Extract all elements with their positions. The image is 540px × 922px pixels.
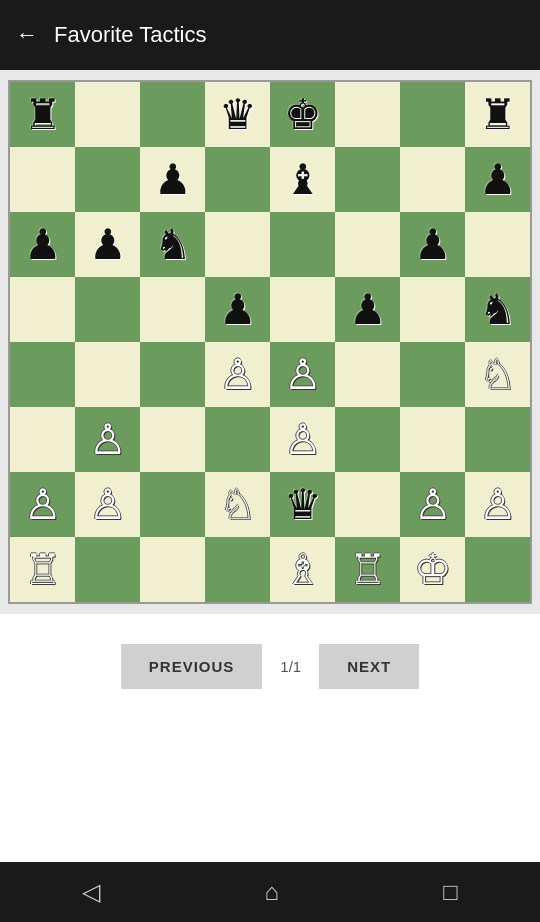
board-cell[interactable]: ♞: [140, 212, 205, 277]
board-cell[interactable]: ♟: [140, 147, 205, 212]
board-container: ♜♛♚♜♟♝♟♟♟♞♟♟♟♞♙♙♘♙♙♙♙♘♛♙♙♖♗♖♔: [0, 70, 540, 614]
board-cell[interactable]: [10, 342, 75, 407]
board-cell[interactable]: [75, 277, 140, 342]
board-cell[interactable]: ♗: [270, 537, 335, 602]
nav-area: PREVIOUS 1/1 NEXT: [0, 614, 540, 862]
board-cell[interactable]: [270, 277, 335, 342]
back-button[interactable]: ←: [16, 22, 38, 48]
board-cell[interactable]: [75, 537, 140, 602]
board-cell[interactable]: ♙: [270, 407, 335, 472]
board-cell[interactable]: [205, 537, 270, 602]
board-cell[interactable]: ♝: [270, 147, 335, 212]
board-cell[interactable]: [400, 277, 465, 342]
board-cell[interactable]: [400, 147, 465, 212]
bottom-nav-bar: ◁ ⌂ □: [0, 862, 540, 922]
board-cell[interactable]: [140, 342, 205, 407]
recents-icon[interactable]: □: [443, 878, 458, 906]
board-cell[interactable]: ♙: [400, 472, 465, 537]
page-title: Favorite Tactics: [54, 22, 206, 48]
board-cell[interactable]: [335, 82, 400, 147]
home-icon[interactable]: ⌂: [264, 878, 279, 906]
board-cell[interactable]: [140, 537, 205, 602]
board-cell[interactable]: ♙: [270, 342, 335, 407]
board-cell[interactable]: [205, 407, 270, 472]
board-cell[interactable]: [335, 407, 400, 472]
board-cell[interactable]: ♙: [205, 342, 270, 407]
board-cell[interactable]: [75, 82, 140, 147]
board-cell[interactable]: [400, 342, 465, 407]
board-cell[interactable]: ♟: [75, 212, 140, 277]
board-cell[interactable]: [400, 82, 465, 147]
page-indicator: 1/1: [262, 644, 319, 689]
board-cell[interactable]: ♞: [465, 277, 530, 342]
previous-button[interactable]: PREVIOUS: [121, 644, 263, 689]
board-cell[interactable]: [335, 342, 400, 407]
board-cell[interactable]: [140, 407, 205, 472]
board-cell[interactable]: ♙: [465, 472, 530, 537]
board-cell[interactable]: ♔: [400, 537, 465, 602]
board-cell[interactable]: ♚: [270, 82, 335, 147]
board-cell[interactable]: [10, 407, 75, 472]
next-button[interactable]: NEXT: [319, 644, 419, 689]
back-icon[interactable]: ◁: [82, 878, 100, 906]
board-cell[interactable]: ♘: [465, 342, 530, 407]
board-cell[interactable]: [75, 147, 140, 212]
board-cell[interactable]: [400, 407, 465, 472]
board-cell[interactable]: [465, 212, 530, 277]
board-cell[interactable]: [75, 342, 140, 407]
board-cell[interactable]: [465, 537, 530, 602]
board-cell[interactable]: ♙: [75, 407, 140, 472]
board-cell[interactable]: ♟: [205, 277, 270, 342]
board-cell[interactable]: ♟: [465, 147, 530, 212]
board-cell[interactable]: [335, 472, 400, 537]
board-cell[interactable]: [205, 147, 270, 212]
board-cell[interactable]: ♖: [10, 537, 75, 602]
board-cell[interactable]: ♜: [10, 82, 75, 147]
board-cell[interactable]: [10, 147, 75, 212]
board-cell[interactable]: ♘: [205, 472, 270, 537]
nav-buttons: PREVIOUS 1/1 NEXT: [121, 644, 419, 689]
board-cell[interactable]: ♟: [400, 212, 465, 277]
board-cell[interactable]: [140, 472, 205, 537]
board-cell[interactable]: ♙: [75, 472, 140, 537]
board-cell[interactable]: [270, 212, 335, 277]
board-cell[interactable]: [335, 147, 400, 212]
board-cell[interactable]: [465, 407, 530, 472]
board-cell[interactable]: [205, 212, 270, 277]
board-cell[interactable]: ♜: [465, 82, 530, 147]
board-cell[interactable]: ♙: [10, 472, 75, 537]
chess-board: ♜♛♚♜♟♝♟♟♟♞♟♟♟♞♙♙♘♙♙♙♙♘♛♙♙♖♗♖♔: [8, 80, 532, 604]
board-cell[interactable]: ♟: [10, 212, 75, 277]
board-cell[interactable]: [335, 212, 400, 277]
board-cell[interactable]: ♖: [335, 537, 400, 602]
board-cell[interactable]: ♛: [205, 82, 270, 147]
top-bar: ← Favorite Tactics: [0, 0, 540, 70]
board-cell[interactable]: [140, 277, 205, 342]
board-cell[interactable]: [140, 82, 205, 147]
board-cell[interactable]: ♛: [270, 472, 335, 537]
board-cell[interactable]: ♟: [335, 277, 400, 342]
board-cell[interactable]: [10, 277, 75, 342]
